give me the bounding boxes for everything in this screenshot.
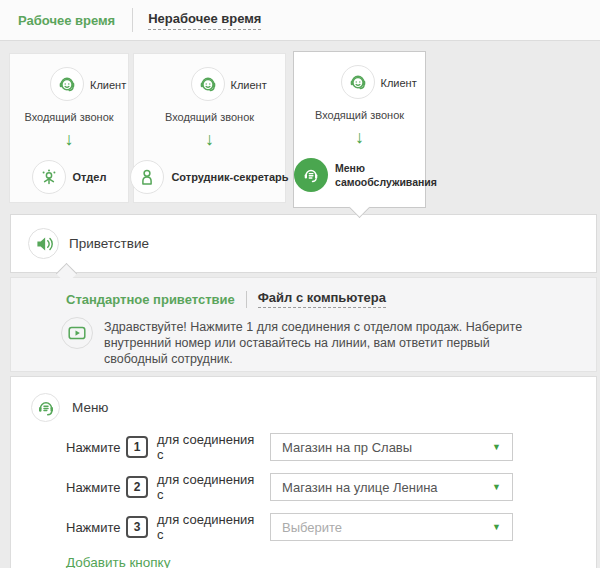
down-arrow-icon: ↓ [65, 130, 74, 148]
target-label: Меню самообслуживания [335, 161, 425, 189]
greeting-tabs-divider [246, 291, 247, 308]
dropdown-value: Магазин на улице Ленина [282, 480, 438, 495]
target-label: Отдел [73, 171, 107, 183]
greeting-tabs: Стандартное приветствие Файл с компьютер… [66, 290, 596, 308]
connect-label: для соединения с [157, 512, 261, 542]
incoming-call-label: Входящий звонок [315, 109, 404, 121]
menu-title: Меню [72, 400, 109, 415]
tab-file-from-computer[interactable]: Файл с компьютера [258, 290, 386, 308]
client-headset-icon [50, 67, 84, 101]
down-arrow-icon: ↓ [355, 128, 364, 146]
dropdown-placeholder: Выберите [282, 520, 342, 535]
speaker-icon [28, 228, 59, 259]
menu-header: Меню [31, 393, 596, 422]
scenario-card-secretary[interactable]: Клиент Входящий звонок ↓ Сотрудник-секре… [133, 53, 286, 203]
dropdown-value: Магазин на пр Славы [282, 440, 412, 455]
tab-nonworking-time[interactable]: Нерабочее время [148, 11, 261, 30]
destination-dropdown-1[interactable]: Магазин на пр Славы ▼ [270, 433, 513, 461]
key-number-box: 1 [126, 436, 148, 458]
menu-headset-icon [31, 393, 60, 422]
destination-dropdown-3[interactable]: Выберите ▼ [270, 513, 513, 541]
chevron-down-icon: ▼ [492, 523, 501, 532]
menu-row: Нажмите 3 для соединения с Выберите ▼ [66, 513, 596, 541]
incoming-call-label: Входящий звонок [165, 111, 254, 123]
menu-row: Нажмите 2 для соединения с Магазин на ул… [66, 473, 596, 501]
client-label: Клиент [90, 79, 126, 91]
greeting-content: Стандартное приветствие Файл с компьютер… [10, 277, 597, 372]
key-number-box: 2 [126, 476, 148, 498]
greeting-title: Приветствие [69, 236, 149, 251]
target-row: Сотрудник-секретарь [130, 160, 288, 194]
press-label: Нажмите [66, 520, 126, 535]
client-row: Клиент [10, 67, 128, 102]
client-row: Клиент [134, 67, 285, 102]
self-service-menu-icon [294, 158, 328, 192]
target-row: Отдел [32, 160, 107, 194]
client-label: Клиент [231, 79, 267, 91]
client-row: Клиент [294, 65, 425, 100]
chevron-down-icon: ▼ [492, 483, 501, 492]
play-button[interactable] [61, 317, 93, 349]
add-button-link[interactable]: Добавить кнопку [66, 555, 170, 568]
scenario-card-self-service-menu[interactable]: Клиент Входящий звонок ↓ Меню самообслуж… [293, 51, 426, 208]
tab-standard-greeting[interactable]: Стандартное приветствие [66, 292, 235, 307]
target-row: Меню самообслуживания [294, 158, 425, 192]
tab-working-time[interactable]: Рабочее время [18, 13, 115, 28]
down-arrow-icon: ↓ [205, 130, 214, 148]
connect-label: для соединения с [157, 472, 261, 502]
greeting-section-header: Приветствие [10, 214, 597, 273]
connect-label: для соединения с [157, 432, 261, 462]
press-label: Нажмите [66, 480, 126, 495]
press-label: Нажмите [66, 440, 126, 455]
time-mode-tabs: Рабочее время Нерабочее время [0, 0, 600, 41]
greeting-playback-row: Здравствуйте! Нажмите 1 для соединения с… [61, 317, 596, 367]
menu-rows: Нажмите 1 для соединения с Магазин на пр… [11, 433, 596, 541]
department-icon [32, 160, 66, 194]
destination-dropdown-2[interactable]: Магазин на улице Ленина ▼ [270, 473, 513, 501]
target-label: Сотрудник-секретарь [171, 171, 288, 183]
scenario-card-department[interactable]: Клиент Входящий звонок ↓ Отдел [9, 53, 129, 203]
employee-icon [130, 160, 164, 194]
chevron-down-icon: ▼ [492, 443, 501, 452]
key-number-box: 3 [126, 516, 148, 538]
incoming-call-label: Входящий звонок [24, 111, 113, 123]
client-headset-icon [191, 67, 225, 101]
client-headset-icon [341, 65, 375, 99]
tabs-divider [132, 8, 133, 32]
client-label: Клиент [381, 77, 417, 89]
menu-panel: Меню Нажмите 1 для соединения с Магазин … [10, 376, 597, 568]
greeting-text: Здравствуйте! Нажмите 1 для соединения с… [104, 319, 550, 367]
menu-row: Нажмите 1 для соединения с Магазин на пр… [66, 433, 596, 461]
